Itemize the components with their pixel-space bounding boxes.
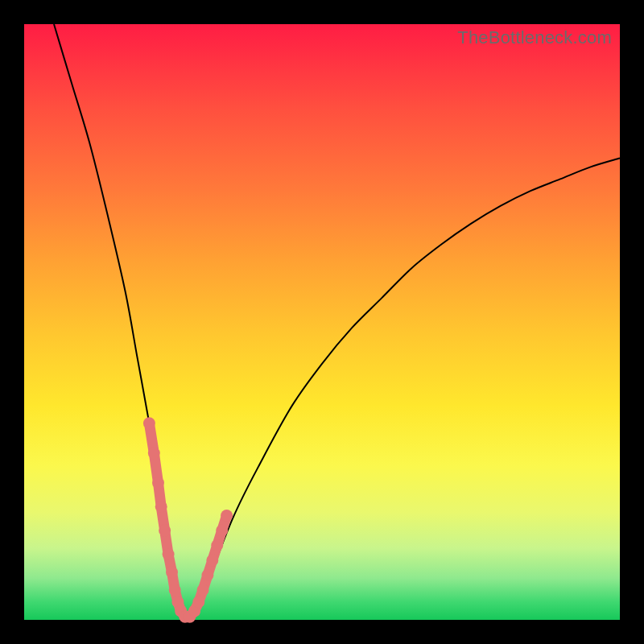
highlight-markers — [143, 417, 233, 623]
highlight-dot — [211, 539, 223, 551]
highlight-dot — [143, 417, 155, 429]
highlight-dot — [206, 555, 218, 567]
watermark-label: TheBottleneck.com — [457, 27, 612, 48]
chart-svg — [24, 24, 620, 620]
highlight-dot — [163, 548, 175, 560]
highlight-dot — [197, 584, 209, 597]
highlight-dot — [148, 447, 160, 459]
highlight-dot — [201, 569, 213, 581]
highlight-dot — [159, 525, 171, 537]
highlight-dot — [155, 501, 167, 513]
highlight-dot — [192, 596, 204, 608]
highlight-dot — [169, 584, 181, 597]
chart-frame: TheBottleneck.com — [24, 24, 620, 620]
highlight-dot — [152, 477, 164, 489]
bottleneck-curve — [54, 24, 620, 621]
highlight-dot — [216, 525, 228, 537]
highlight-dot — [221, 510, 233, 522]
highlight-dot — [166, 566, 178, 578]
